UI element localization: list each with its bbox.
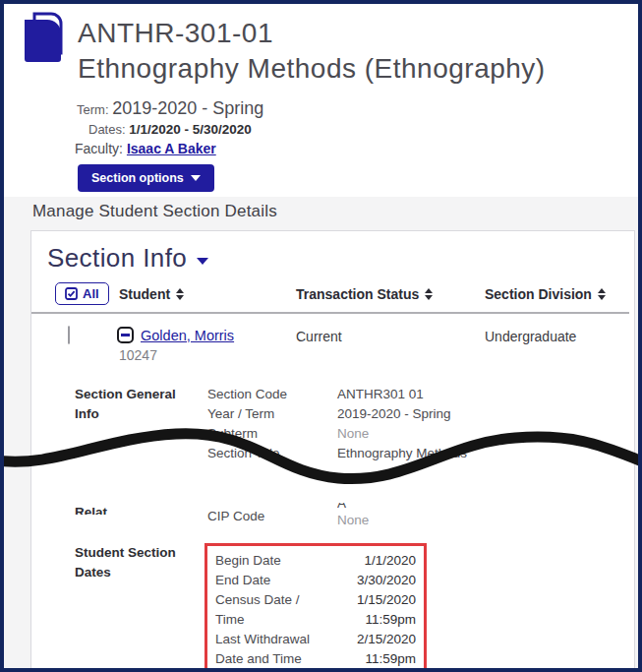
faculty-link[interactable]: Isaac A Baker [127,141,216,156]
detail-label: CIP Code [207,511,337,525]
detail-value: None [337,511,634,530]
date-label: Begin Date [215,551,281,571]
sort-icon [598,288,606,300]
page-title-course-code: ANTHR-301-01 [78,16,546,51]
date-label: Date and Time [215,649,302,669]
table-header-row: All Student Transaction Status Section D… [31,282,629,314]
term-label: Term: [77,102,109,117]
detail-value: 2019-2020 - Spring [337,404,634,424]
section-details-page: ANTHR-301-01 Ethnography Methods (Ethnog… [0,0,642,672]
student-id: 10247 [119,347,296,363]
date-value: 11:59pm [365,610,416,630]
dates-label: Dates: [88,122,126,137]
detail-value: None [337,424,634,444]
sort-icon [425,288,433,300]
date-value: 2/15/2020 [357,630,416,649]
column-header-section-division[interactable]: Section Division [485,286,629,302]
check-all-icon [65,287,78,300]
collapse-row-icon[interactable] [117,327,134,343]
date-label: Time [215,610,245,630]
date-value: 11:59pm [365,649,416,669]
group-label: Section General Info [75,385,207,463]
date-label: Census Date / [215,590,300,610]
highlight-box: Begin Date1/1/2020 End Date3/30/2020 Cen… [204,543,427,672]
caret-down-icon [191,175,201,181]
section-general-info: Section General Info Section Code ANTHR3… [31,385,634,463]
section-info-dropdown[interactable]: Section Info [47,243,634,274]
breadcrumb-title: Manage Student Section Details [4,197,638,221]
detail-label: Year / Term [207,404,337,424]
dates-value: 1/1/2020 - 5/30/2020 [129,122,252,137]
book-icon [23,11,64,66]
section-options-button[interactable]: Section options [78,164,214,192]
date-value: 1/15/2020 [357,590,416,610]
detail-label: Section Code [207,385,337,404]
detail-label: Subterm [207,424,337,444]
row-checkbox[interactable] [68,326,70,344]
select-all-button[interactable]: All [55,282,109,305]
date-label: Last Withdrawal [215,630,310,649]
group-label-partial: Relat [75,503,207,515]
detail-value: ANTHR301 01 [337,385,634,404]
section-division-value: Undergraduate [485,329,634,344]
student-name-link[interactable]: Golden, Morris [141,328,234,343]
date-value: 1/1/2020 [364,551,416,571]
sort-icon [176,288,184,300]
faculty-label: Faculty: [75,141,123,156]
torn-section: Relat A CIP Code None [31,503,634,530]
faculty-row: Faculty: Isaac A Baker [75,141,216,156]
page-title-course-name: Ethnography Methods (Ethnography) [78,51,546,87]
section-info-heading-label: Section Info [47,243,187,274]
date-value: 3/30/2020 [357,571,416,590]
detail-label: Section Title [207,444,337,463]
term-value: 2019-2020 - Spring [112,98,263,118]
table-row: Golden, Morris 10247 Current Undergradua… [31,314,634,363]
student-section-dates: Student Section Dates Begin Date1/1/2020… [31,543,634,672]
detail-value: Ethnography Methods [337,444,634,463]
transaction-status-value: Current [296,329,485,344]
detail-value-partial: A [337,503,634,511]
select-all-label: All [83,286,99,301]
column-header-student[interactable]: Student [119,286,296,302]
date-label: End Date [215,571,270,590]
section-options-label: Section options [91,171,184,185]
section-info-card: Section Info All Student [30,230,635,668]
column-header-transaction-status[interactable]: Transaction Status [296,286,485,302]
group-label: Student Section Dates [75,543,204,672]
term-row: Term: 2019-2020 - Spring [77,98,263,119]
content-region: Manage Student Section Details Section I… [4,197,638,668]
dates-row: Dates: 1/1/2020 - 5/30/2020 [88,122,252,137]
caret-down-icon [197,258,208,265]
